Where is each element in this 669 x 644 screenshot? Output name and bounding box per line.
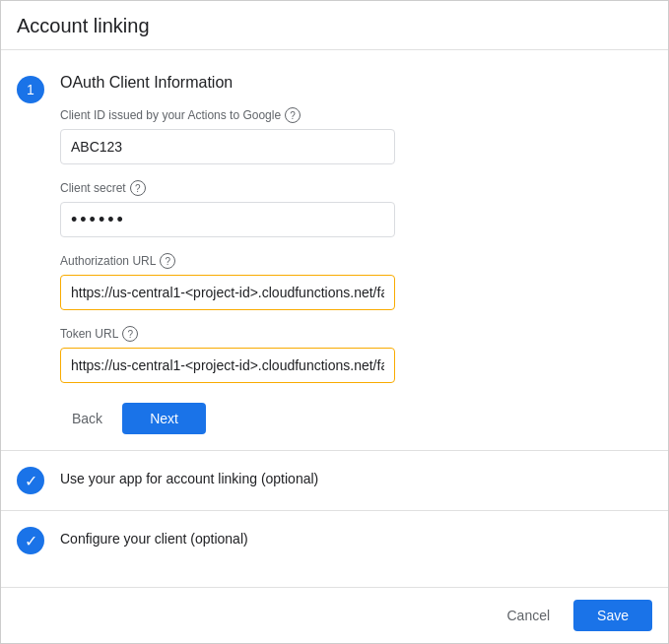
client-id-help-icon[interactable]: ? <box>285 107 301 123</box>
next-button[interactable]: Next <box>122 403 206 434</box>
auth-url-label: Authorization URL ? <box>60 253 652 269</box>
section-divider-2 <box>1 510 668 511</box>
step2-section: ✓ Use your app for account linking (opti… <box>1 459 668 502</box>
client-id-input[interactable] <box>60 129 395 164</box>
token-url-help-icon[interactable]: ? <box>122 326 138 342</box>
step2-body: Use your app for account linking (option… <box>60 467 652 486</box>
step3-label: Configure your client (optional) <box>60 527 652 547</box>
client-id-group: Client ID issued by your Actions to Goog… <box>60 107 652 164</box>
client-secret-help-icon[interactable]: ? <box>130 180 146 196</box>
step2-check: ✓ <box>17 467 44 494</box>
step2-label: Use your app for account linking (option… <box>60 467 652 486</box>
client-secret-group: Client secret ? <box>60 180 652 237</box>
step1-body: OAuth Client Information Client ID issue… <box>60 74 652 434</box>
step3-check: ✓ <box>17 527 44 554</box>
auth-url-group: Authorization URL ? <box>60 253 652 310</box>
step3-body: Configure your client (optional) <box>60 527 652 547</box>
dialog-header: Account linking <box>1 1 668 50</box>
token-url-group: Token URL ? <box>60 326 652 383</box>
step1-title: OAuth Client Information <box>60 74 652 92</box>
token-url-input[interactable] <box>60 348 395 383</box>
step1-indicator: 1 <box>17 76 44 103</box>
step1-section: 1 OAuth Client Information Client ID iss… <box>1 66 668 442</box>
page-title: Account linking <box>17 15 150 36</box>
auth-url-input[interactable] <box>60 275 395 310</box>
client-secret-label: Client secret ? <box>60 180 652 196</box>
cancel-button[interactable]: Cancel <box>491 600 566 631</box>
step3-section: ✓ Configure your client (optional) <box>1 519 668 562</box>
step1-actions: Back Next <box>60 403 652 434</box>
save-button[interactable]: Save <box>573 600 652 631</box>
section-divider-1 <box>1 450 668 451</box>
dialog-footer: Cancel Save <box>1 587 668 643</box>
dialog-content: 1 OAuth Client Information Client ID iss… <box>1 50 668 587</box>
token-url-label: Token URL ? <box>60 326 652 342</box>
back-button[interactable]: Back <box>60 403 114 434</box>
auth-url-help-icon[interactable]: ? <box>160 253 175 269</box>
client-id-label: Client ID issued by your Actions to Goog… <box>60 107 652 123</box>
client-secret-input[interactable] <box>60 202 395 237</box>
